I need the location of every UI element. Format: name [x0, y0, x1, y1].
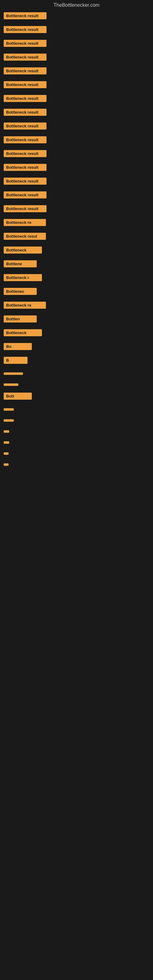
- list-item: Bottlen: [2, 315, 151, 324]
- bottleneck-badge: Bottleneck resul: [4, 233, 46, 240]
- list-item: [2, 371, 151, 376]
- list-item: Bottleneck result: [2, 12, 151, 21]
- bottleneck-badge: Bottleneck result: [4, 123, 46, 130]
- list-item: [2, 382, 151, 387]
- bottleneck-badge: Bottleneck result: [4, 81, 46, 88]
- bottleneck-badge: Bottleneck result: [4, 191, 46, 199]
- bottleneck-badge: [4, 408, 14, 411]
- bottleneck-badge: Bottleneck result: [4, 67, 46, 75]
- bottleneck-badge: [4, 383, 18, 386]
- list-item: Bottleneck result: [2, 164, 151, 172]
- list-item: [2, 417, 151, 423]
- bottleneck-badge: [4, 419, 14, 422]
- list-item: Bottleneck result: [2, 150, 151, 158]
- bottleneck-badge: Bo: [4, 343, 32, 350]
- bottleneck-badge: Bottlen: [4, 315, 37, 323]
- list-item: Bottleneck result: [2, 26, 151, 34]
- bottleneck-badge: Bottleneck: [4, 247, 42, 254]
- list-item: Bottlene: [2, 260, 151, 269]
- list-item: Bottleneck re: [2, 219, 151, 227]
- list-item: Bottleneck result: [2, 67, 151, 76]
- bottleneck-badge: Bottleneck result: [4, 150, 46, 157]
- bottleneck-badge: Bottleneck: [4, 329, 42, 336]
- bottleneck-badge: [4, 452, 9, 455]
- bottleneck-badge: Bottleneck re: [4, 219, 46, 226]
- list-item: Bottleneck result: [2, 205, 151, 213]
- list-item: Bottleneck result: [2, 178, 151, 186]
- bottleneck-badge: Bottleneck re: [4, 302, 46, 309]
- bottleneck-badge: Bottleneck result: [4, 54, 46, 60]
- bottleneck-badge: Bottleneck result: [4, 95, 46, 102]
- list-item: B: [2, 357, 151, 365]
- bottleneck-badge: [4, 441, 9, 444]
- list-item: [2, 406, 151, 412]
- bottleneck-badge: Bottlenec: [4, 288, 37, 295]
- list-item: Bottleneck: [2, 329, 151, 337]
- list-item: Bottleneck re: [2, 302, 151, 310]
- bottleneck-badge: [4, 463, 9, 466]
- bottleneck-badge: Bottleneck result: [4, 164, 46, 171]
- bottleneck-badge: Bottlene: [4, 260, 37, 267]
- bottleneck-badge: Bottleneck result: [4, 12, 46, 19]
- list-item: [2, 439, 151, 445]
- bottleneck-badge: [4, 372, 23, 375]
- list-item: [2, 461, 151, 467]
- list-item: Bottleneck result: [2, 136, 151, 145]
- bottleneck-badge: Bottleneck result: [4, 109, 46, 116]
- bottleneck-badge: B: [4, 357, 27, 364]
- bottleneck-badge: Bottleneck result: [4, 136, 46, 143]
- list-item: Bott: [2, 393, 151, 401]
- list-item: Bottleneck result: [2, 54, 151, 62]
- list-item: Bottleneck resul: [2, 233, 151, 241]
- bottleneck-badge: Bottleneck result: [4, 40, 46, 47]
- list-item: Bottleneck result: [2, 191, 151, 200]
- list-item: Bottleneck result: [2, 81, 151, 89]
- list-item: [2, 428, 151, 434]
- list-item: Bottleneck r: [2, 274, 151, 282]
- list-item: [2, 450, 151, 456]
- bottleneck-badge: Bottleneck result: [4, 178, 46, 185]
- bottleneck-badge: Bottleneck result: [4, 26, 46, 33]
- list-item: Bottleneck result: [2, 95, 151, 103]
- site-title: TheBottlenecker.com: [0, 0, 153, 11]
- list-item: Bottlenec: [2, 288, 151, 296]
- bottleneck-badge: Bottleneck r: [4, 274, 42, 281]
- list-item: Bottleneck result: [2, 40, 151, 48]
- bottleneck-badge: [4, 430, 9, 433]
- list-item: Bo: [2, 343, 151, 351]
- bottleneck-badge: Bott: [4, 393, 32, 400]
- results-list: Bottleneck resultBottleneck resultBottle…: [0, 11, 153, 474]
- bottleneck-badge: Bottleneck result: [4, 205, 46, 212]
- list-item: Bottleneck result: [2, 109, 151, 117]
- list-item: Bottleneck result: [2, 123, 151, 131]
- list-item: Bottleneck: [2, 247, 151, 255]
- site-header: TheBottlenecker.com: [0, 0, 153, 11]
